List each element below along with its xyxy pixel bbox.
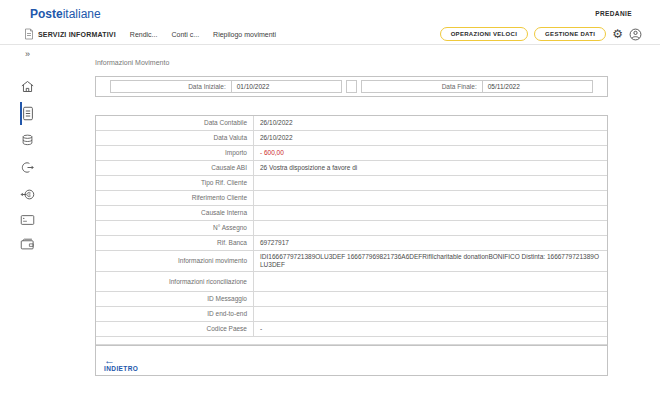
home-icon [20, 79, 35, 94]
gear-icon[interactable]: ⚙ [612, 28, 623, 40]
services-menu-label: SERVIZI INFORMATIVI [38, 31, 116, 38]
logo-bold: Poste [30, 7, 63, 21]
nav-item-rendiconti[interactable]: Rendic... [130, 31, 158, 38]
row-label: ID end-to-end [96, 307, 254, 321]
row-label: Riferimento Cliente [96, 191, 254, 205]
services-menu[interactable]: SERVIZI INFORMATIVI [24, 28, 116, 40]
nav-item-conti[interactable]: Conti c... [171, 31, 199, 38]
nav-bar: SERVIZI INFORMATIVI Rendic... Conti c...… [0, 24, 660, 45]
document-icon [24, 28, 34, 40]
sidebar-item-transfer-out[interactable] [0, 154, 55, 181]
date-filter-bar: Data Iniziale: 01/10/2022 Data Finale: 0… [95, 76, 608, 97]
row-value [254, 307, 607, 321]
row-value: 69727917 [254, 236, 607, 250]
row-value [254, 221, 607, 235]
row-label: Informazioni riconciliazione [96, 272, 254, 291]
row-value [254, 272, 607, 291]
documents-icon [21, 106, 35, 121]
row-label: N° Assegno [96, 221, 254, 235]
end-date-label: Data Finale: [362, 81, 483, 92]
content-area: Informazioni Movimento Data Iniziale: 01… [55, 45, 660, 376]
table-row: Rif. Banca69727917 [96, 236, 607, 251]
row-label: Data Contabile [96, 116, 254, 130]
movement-details-table: Data Contabile26/10/2022 Data Valuta26/1… [95, 115, 608, 345]
table-row: Causale ABI26 Vostra disposizione a favo… [96, 161, 607, 176]
table-row: Importo- 600,00 [96, 146, 607, 161]
poste-italiane-logo: Posteitaliane [30, 7, 101, 21]
sidebar-expand-icon[interactable]: » [25, 49, 30, 59]
row-label: Tipo Rif. Cliente [96, 176, 254, 190]
table-spacer-row [96, 337, 607, 345]
table-row: Data Valuta26/10/2022 [96, 131, 607, 146]
nav-right: OPERAZIONI VELOCI GESTIONE DATI ⚙ [440, 27, 642, 41]
user-name: PREDANIE [595, 10, 632, 17]
sidebar-item-card[interactable] [0, 208, 55, 232]
euro-transfer-in-icon [20, 187, 35, 202]
euro-transfer-out-icon [20, 160, 35, 175]
sidebar-item-wallet[interactable] [0, 232, 55, 257]
table-row: ID end-to-end [96, 307, 607, 322]
row-value [254, 176, 607, 190]
back-button[interactable]: ← INDIETRO [104, 355, 138, 372]
table-row: Causale Interna [96, 206, 607, 221]
back-arrow-icon: ← [104, 355, 115, 365]
row-label: Data Valuta [96, 131, 254, 145]
sidebar-item-home[interactable] [0, 73, 55, 100]
wallet-icon [20, 238, 35, 251]
start-date-label: Data Iniziale: [111, 81, 232, 92]
row-value [254, 292, 607, 306]
row-label: Informazioni movimento [96, 251, 254, 271]
start-date-value[interactable]: 01/10/2022 [232, 81, 341, 92]
page-title: Informazioni Movimento [95, 59, 660, 66]
row-label: Causale ABI [96, 161, 254, 175]
row-label: Importo [96, 146, 254, 160]
nav-left: SERVIZI INFORMATIVI Rendic... Conti c...… [24, 28, 276, 40]
back-button-label: INDIETRO [104, 365, 138, 372]
sidebar: » [0, 45, 55, 376]
table-row: Data Contabile26/10/2022 [96, 116, 607, 131]
sidebar-item-transfer-in[interactable] [0, 181, 55, 208]
start-date-field[interactable]: Data Iniziale: 01/10/2022 [110, 80, 342, 93]
row-value-amount: - 600,00 [254, 146, 607, 160]
date-separator-cell [346, 80, 357, 93]
sidebar-item-coins[interactable] [0, 127, 55, 154]
top-header: Posteitaliane PREDANIE [0, 0, 660, 24]
user-avatar-icon[interactable] [629, 28, 642, 41]
row-value [254, 191, 607, 205]
row-label: Codice Paese [96, 322, 254, 336]
gestione-dati-button[interactable]: GESTIONE DATI [534, 27, 606, 41]
table-row: N° Assegno [96, 221, 607, 236]
row-value: 26 Vostra disposizione a favore di [254, 161, 607, 175]
row-value: 26/10/2022 [254, 116, 607, 130]
logo-light: italiane [63, 7, 101, 21]
sidebar-item-documents[interactable] [0, 100, 55, 127]
card-icon [20, 214, 35, 226]
movement-details-panel: Data Contabile26/10/2022 Data Valuta26/1… [95, 115, 608, 376]
main-area: » [0, 45, 660, 376]
row-label: Rif. Banca [96, 236, 254, 250]
table-row: Tipo Rif. Cliente [96, 176, 607, 191]
row-value: IDI1666779721389OLU3DEF 166677969821736A… [254, 251, 607, 271]
coins-icon [20, 133, 35, 148]
table-row: Informazioni riconciliazione [96, 272, 607, 292]
end-date-field[interactable]: Data Finale: 05/11/2022 [361, 80, 593, 93]
row-value [254, 206, 607, 220]
nav-item-riepilogo-movimenti[interactable]: Riepilogo movimenti [213, 31, 276, 38]
operazioni-veloci-button[interactable]: OPERAZIONI VELOCI [440, 27, 528, 41]
row-label: ID Messaggio [96, 292, 254, 306]
row-value: 26/10/2022 [254, 131, 607, 145]
row-label: Causale Interna [96, 206, 254, 220]
table-row: Riferimento Cliente [96, 191, 607, 206]
table-row: Informazioni movimentoIDI1666779721389OL… [96, 251, 607, 272]
end-date-value[interactable]: 05/11/2022 [483, 81, 592, 92]
app-window: Posteitaliane PREDANIE SERVIZI INFORMATI… [0, 0, 660, 404]
table-row: Codice Paese- [96, 322, 607, 337]
table-row: ID Messaggio [96, 292, 607, 307]
panel-footer: ← INDIETRO [95, 345, 608, 376]
row-value: - [254, 322, 607, 336]
